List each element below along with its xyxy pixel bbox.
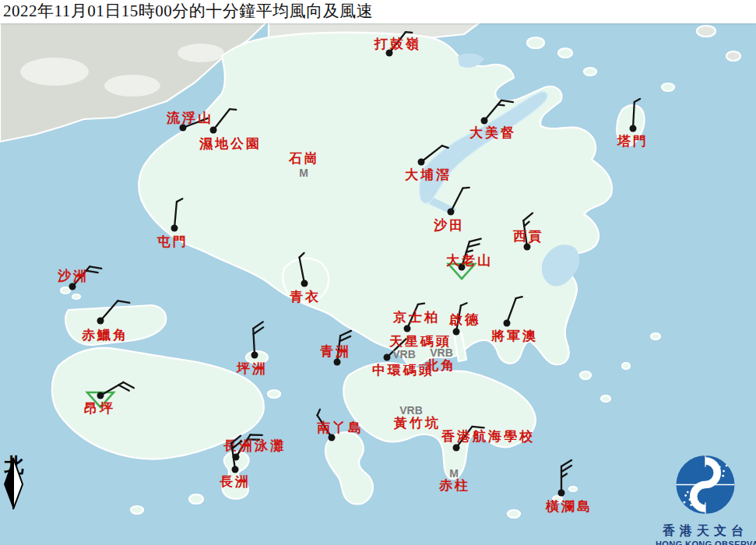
variable-wind-note: VRB bbox=[399, 404, 423, 417]
station-label: 將軍澳 bbox=[491, 329, 538, 343]
station-label: 塔門 bbox=[617, 134, 649, 149]
station-dot bbox=[453, 445, 460, 452]
station-label: 黃竹坑 bbox=[393, 415, 441, 431]
station-label: 京士柏 bbox=[392, 310, 440, 325]
variable-wind-note: VRB bbox=[430, 346, 453, 359]
small-island bbox=[268, 390, 280, 398]
station-label: 屯門 bbox=[156, 234, 188, 249]
station-label: 南丫島 bbox=[317, 420, 364, 435]
station-dot bbox=[97, 392, 104, 399]
station-dot bbox=[171, 225, 178, 232]
station-label: 長洲 bbox=[220, 474, 251, 489]
station-label: 大埔滘 bbox=[405, 167, 452, 182]
station-dot bbox=[558, 490, 565, 497]
station-label: 香港航海學校 bbox=[441, 429, 535, 444]
station-label: 青衣 bbox=[290, 290, 321, 304]
hko-logo-icon bbox=[668, 453, 743, 522]
station-dot bbox=[97, 318, 104, 325]
wind-map-page: 打鼓嶺流浮山濕地公園石崗M屯門沙洲赤鱲角昂坪青衣坪洲青洲中環碼頭天星碼頭VRB北… bbox=[0, 0, 756, 545]
station-dot bbox=[384, 354, 391, 361]
map-title: 2022年11月01日15時00分的十分鐘平均風向及風速 bbox=[0, 0, 756, 23]
station-label: 濕地公園 bbox=[199, 136, 262, 151]
station-dot bbox=[334, 359, 341, 366]
far-island bbox=[697, 26, 716, 37]
station-dot bbox=[69, 283, 76, 290]
ninepin-island bbox=[580, 371, 591, 379]
hko-name-chinese: 香港天文台 bbox=[656, 523, 755, 540]
shenzhen-urban-patch bbox=[20, 58, 89, 86]
small-island bbox=[189, 494, 203, 504]
station-label: 沙田 bbox=[433, 218, 465, 233]
station-label: 大美督 bbox=[469, 125, 516, 140]
station-label: 啟德 bbox=[448, 312, 480, 327]
small-island bbox=[584, 68, 596, 76]
hko-logo: 香港天文台 HONG KONG OBSERVATORY bbox=[656, 453, 755, 545]
shenzhen-urban-patch bbox=[104, 75, 160, 97]
station-dot bbox=[301, 280, 308, 287]
missing-data-note: M bbox=[449, 467, 459, 480]
station-label: 沙洲 bbox=[57, 269, 89, 283]
hko-name-english: HONG KONG OBSERVATORY bbox=[656, 540, 755, 545]
ninepin-island bbox=[601, 396, 610, 402]
station-label: 石崗 bbox=[288, 151, 320, 166]
missing-data-note: M bbox=[299, 167, 308, 179]
station-dot bbox=[504, 320, 511, 327]
title-bar: 2022年11月01日15時00分的十分鐘平均風向及風速 bbox=[0, 0, 756, 23]
small-island bbox=[131, 506, 143, 514]
station-label: 大老山 bbox=[446, 253, 493, 268]
small-island bbox=[527, 37, 544, 48]
station-dot bbox=[418, 159, 425, 166]
station-label: 西貢 bbox=[512, 229, 544, 244]
ninepin-island bbox=[622, 363, 630, 369]
station-label: 青洲 bbox=[320, 344, 351, 359]
sha-chau-island bbox=[61, 287, 70, 294]
shenzhen-urban-patch bbox=[178, 44, 224, 62]
small-island bbox=[662, 83, 674, 91]
station-label: 赤柱 bbox=[438, 478, 470, 493]
waglan-islet bbox=[569, 487, 577, 491]
small-island bbox=[558, 48, 572, 58]
north-indicator: 北 N bbox=[2, 456, 26, 492]
sha-chau-island bbox=[72, 294, 80, 299]
compass-needle-icon bbox=[2, 456, 25, 511]
station-label: 赤鱲角 bbox=[81, 328, 128, 343]
station-dot bbox=[232, 466, 239, 473]
small-island bbox=[651, 333, 660, 339]
station-label: 打鼓嶺 bbox=[374, 37, 421, 51]
far-island bbox=[726, 51, 740, 61]
station-dot bbox=[251, 352, 258, 359]
station-label: 昂坪 bbox=[84, 401, 115, 416]
station-label: 北角 bbox=[424, 358, 456, 373]
small-island bbox=[508, 510, 520, 518]
station-dot bbox=[524, 244, 531, 251]
station-dot bbox=[210, 127, 217, 134]
station-label: 橫瀾島 bbox=[545, 499, 592, 514]
station-dot bbox=[453, 329, 460, 336]
map-canvas: 打鼓嶺流浮山濕地公園石崗M屯門沙洲赤鱲角昂坪青衣坪洲青洲中環碼頭天星碼頭VRB北… bbox=[0, 0, 756, 545]
variable-wind-note: VRB bbox=[392, 348, 416, 360]
station-dot bbox=[448, 209, 455, 216]
station-dot bbox=[404, 325, 411, 332]
station-label: 流浮山 bbox=[166, 111, 213, 125]
station-dot bbox=[481, 118, 488, 125]
station-label: 坪洲 bbox=[236, 361, 268, 376]
station-dot bbox=[630, 125, 637, 132]
